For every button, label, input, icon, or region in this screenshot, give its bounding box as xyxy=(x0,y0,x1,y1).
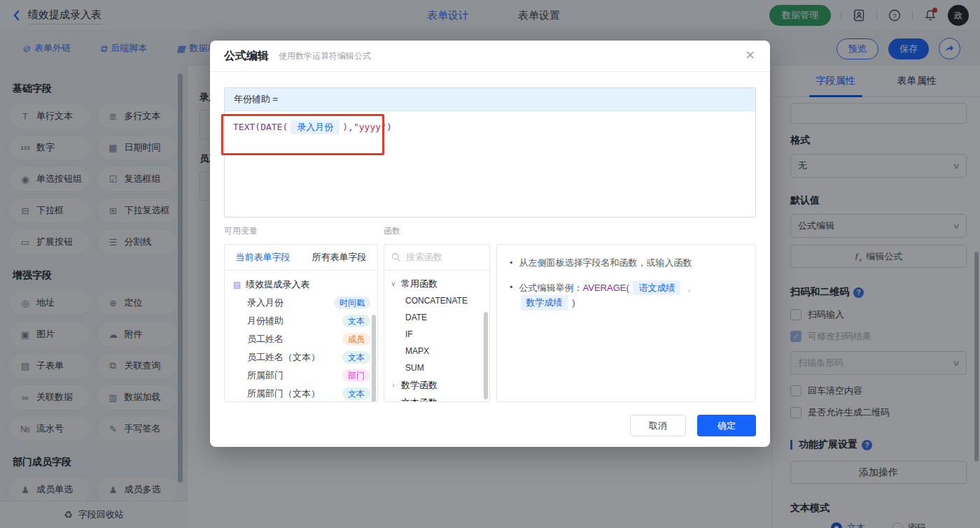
functions-panel: 搜索函数 ∨常用函数CONCATENATEDATEIFMAPXSUM›数学函数›… xyxy=(384,244,490,402)
form-root-label: 绩效提成录入表 xyxy=(246,278,309,291)
variable-type-badge: 时间戳 xyxy=(334,297,370,309)
cancel-button[interactable]: 取消 xyxy=(630,415,686,436)
formula-field-pill[interactable]: 录入月份 xyxy=(290,120,340,134)
variables-tabs: 当前表单字段所有表单字段 xyxy=(225,245,377,271)
variables-tab-所有表单字段[interactable]: 所有表单字段 xyxy=(301,245,377,270)
example-field-pill: 语文成绩 xyxy=(633,280,680,296)
variable-row[interactable]: 月份辅助文本 xyxy=(225,312,377,330)
search-placeholder: 搜索函数 xyxy=(406,251,442,264)
formula-token: ), xyxy=(342,122,354,132)
function-item-IF[interactable]: IF xyxy=(384,326,489,343)
app-window: 绩效提成录入表 表单设计表单设置 数据管理 ? 政 ⊘表单外链⧉后端脚本▦数据权… xyxy=(0,0,980,528)
variable-name: 月份辅助 xyxy=(247,315,284,327)
list-scrollbar[interactable] xyxy=(372,315,376,402)
variables-list: ▤绩效提成录入表 录入月份时间戳月份辅助文本员工姓名成员员工姓名（文本）文本所属… xyxy=(225,271,377,402)
formula-edit-modal: 公式编辑 使用数学运算符编辑公式 × 年份辅助 = TEXT(DATE(录入月份… xyxy=(210,41,770,447)
modal-subtitle: 使用数学运算符编辑公式 xyxy=(279,50,371,62)
formula-token: ) xyxy=(386,122,392,132)
variable-name: 员工姓名 xyxy=(247,333,284,345)
formula-expression[interactable]: TEXT(DATE(录入月份),"yyyy") xyxy=(225,111,755,143)
variable-type-badge: 文本 xyxy=(342,315,370,327)
bullet: • xyxy=(510,256,513,270)
modal-title: 公式编辑 xyxy=(224,49,269,64)
modal-header: 公式编辑 使用数学运算符编辑公式 × xyxy=(210,41,770,72)
variable-name: 所属部门（文本） xyxy=(247,387,320,400)
variables-panel: 当前表单字段所有表单字段 ▤绩效提成录入表 录入月份时间戳月份辅助文本员工姓名成… xyxy=(224,244,378,402)
chevron-right-icon: › xyxy=(390,381,397,389)
formula-help-panel: •从左侧面板选择字段名和函数，或输入函数 •公式编辑举例：AVERAGE( 语文… xyxy=(496,244,756,402)
variable-type-badge: 文本 xyxy=(342,387,370,400)
variable-name: 所属部门 xyxy=(247,369,284,382)
variable-row[interactable]: 录入月份时间戳 xyxy=(225,294,377,312)
chevron-down-icon: ∨ xyxy=(390,280,397,287)
formula-string-token: "yyyy" xyxy=(354,122,386,132)
function-item-MAPX[interactable]: MAPX xyxy=(384,343,489,359)
function-group-文本函数[interactable]: ›文本函数 xyxy=(384,394,489,402)
chevron-right-icon: › xyxy=(390,399,397,402)
function-search-input[interactable]: 搜索函数 xyxy=(384,245,489,271)
variable-name: 员工姓名（文本） xyxy=(247,351,320,364)
variable-type-badge: 部门 xyxy=(342,369,370,382)
formula-editor[interactable]: 年份辅助 = TEXT(DATE(录入月份),"yyyy") xyxy=(224,87,756,217)
confirm-button[interactable]: 确定 xyxy=(697,415,756,436)
help-tip: •从左侧面板选择字段名和函数，或输入函数 xyxy=(510,256,743,270)
list-scrollbar[interactable] xyxy=(484,312,488,399)
variables-label: 可用变量 xyxy=(224,225,258,237)
function-item-CONCATENATE[interactable]: CONCATENATE xyxy=(384,292,489,309)
variable-row[interactable]: 员工姓名成员 xyxy=(225,330,377,348)
function-item-DATE[interactable]: DATE xyxy=(384,309,489,326)
variable-name: 录入月份 xyxy=(247,297,284,309)
function-group-数学函数[interactable]: ›数学函数 xyxy=(384,376,489,394)
variable-type-badge: 文本 xyxy=(342,351,370,364)
function-group-常用函数[interactable]: ∨常用函数 xyxy=(384,275,489,292)
functions-label: 函数 xyxy=(384,225,400,237)
form-root-node[interactable]: ▤绩效提成录入表 xyxy=(225,276,377,294)
function-group-label: 文本函数 xyxy=(401,397,438,403)
variable-type-badge: 成员 xyxy=(342,333,370,345)
function-tree: ∨常用函数CONCATENATEDATEIFMAPXSUM›数学函数›文本函数 xyxy=(384,271,489,402)
close-icon[interactable]: × xyxy=(746,48,755,63)
variable-row[interactable]: 所属部门（文本）文本 xyxy=(225,385,377,402)
formula-function-token: TEXT(DATE( xyxy=(233,122,288,132)
function-group-label: 数学函数 xyxy=(401,379,438,392)
function-group-label: 常用函数 xyxy=(401,278,438,290)
variable-row[interactable]: 所属部门部门 xyxy=(225,366,377,385)
function-item-SUM[interactable]: SUM xyxy=(384,359,489,376)
bullet: • xyxy=(510,280,513,311)
document-icon: ▤ xyxy=(233,280,241,290)
variables-tab-当前表单字段[interactable]: 当前表单字段 xyxy=(225,245,301,270)
search-icon xyxy=(391,252,401,262)
help-tip-example: •公式编辑举例：AVERAGE( 语文成绩 ， 数学成绩 ) xyxy=(510,280,743,311)
example-field-pill: 数学成绩 xyxy=(521,295,568,311)
variable-row[interactable]: 员工姓名（文本）文本 xyxy=(225,348,377,366)
formula-target: 年份辅助 = xyxy=(225,88,755,111)
